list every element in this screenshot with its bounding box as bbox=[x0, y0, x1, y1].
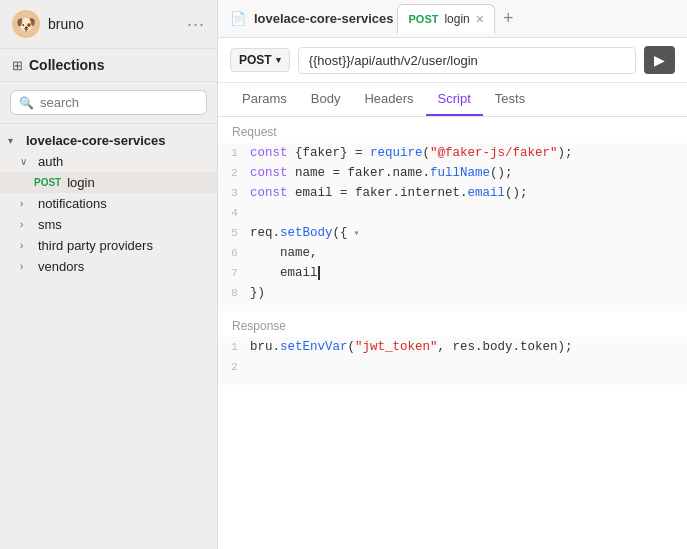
search-wrap: 🔍 bbox=[10, 90, 207, 115]
nav-tabs: Params Body Headers Script Tests bbox=[218, 83, 687, 117]
more-button[interactable]: ··· bbox=[187, 15, 205, 33]
collections-bar: ⊞ Collections bbox=[0, 49, 217, 82]
add-tab-button[interactable]: + bbox=[499, 8, 518, 29]
tab-script[interactable]: Script bbox=[426, 83, 483, 116]
request-label: Request bbox=[218, 117, 687, 143]
tree-item-sms[interactable]: › sms bbox=[0, 214, 217, 235]
url-input[interactable] bbox=[298, 47, 636, 74]
search-bar: 🔍 bbox=[0, 82, 217, 124]
app-icon: 🐶 bbox=[12, 10, 40, 38]
sidebar: 🐶 bruno ··· ⊞ Collections 🔍 ▾ lovelace-c… bbox=[0, 0, 218, 549]
tab-method-badge: POST bbox=[408, 13, 438, 25]
tree-item-post-login[interactable]: POST login bbox=[0, 172, 217, 193]
tab-post-login[interactable]: POST login × bbox=[397, 4, 495, 34]
tab-body[interactable]: Body bbox=[299, 83, 353, 116]
tree-folder-label: sms bbox=[38, 217, 62, 232]
code-line-5: 5 req.setBody({ ▾ bbox=[218, 223, 687, 243]
tree-folder-label: auth bbox=[38, 154, 63, 169]
window-title: lovelace-core-services bbox=[254, 11, 393, 26]
file-tree: ▾ lovelace-core-services ∨ auth POST log… bbox=[0, 124, 217, 549]
collections-icon: ⊞ bbox=[12, 58, 23, 73]
tree-item-auth[interactable]: ∨ auth bbox=[0, 151, 217, 172]
tab-tests[interactable]: Tests bbox=[483, 83, 537, 116]
window-icon: 📄 bbox=[230, 11, 246, 26]
tree-root-label: lovelace-core-services bbox=[26, 133, 165, 148]
app-title: bruno bbox=[48, 16, 179, 32]
code-line-4: 4 bbox=[218, 203, 687, 223]
method-select[interactable]: POST ▾ bbox=[230, 48, 290, 72]
send-button[interactable]: ▶ bbox=[644, 46, 675, 74]
code-line-6: 6 name, bbox=[218, 243, 687, 263]
tab-name: login bbox=[444, 12, 469, 26]
tree-folder-label: vendors bbox=[38, 259, 84, 274]
chevron-icon: › bbox=[20, 261, 34, 272]
tree-item-root[interactable]: ▾ lovelace-core-services bbox=[0, 130, 217, 151]
main-panel: 📄 lovelace-core-services POST login × + … bbox=[218, 0, 687, 549]
collections-label: Collections bbox=[29, 57, 104, 73]
tab-headers[interactable]: Headers bbox=[352, 83, 425, 116]
response-code-block: 1 bru.setEnvVar("jwt_token", res.body.to… bbox=[218, 337, 687, 385]
code-line-1: 1 const {faker} = require("@faker-js/fak… bbox=[218, 143, 687, 163]
chevron-icon: › bbox=[20, 198, 34, 209]
method-badge: POST bbox=[34, 177, 61, 188]
method-chevron-icon: ▾ bbox=[276, 55, 281, 65]
code-line-3: 3 const email = faker.internet.email(); bbox=[218, 183, 687, 203]
tab-params[interactable]: Params bbox=[230, 83, 299, 116]
chevron-icon: › bbox=[20, 219, 34, 230]
response-label: Response bbox=[218, 311, 687, 337]
tab-close-button[interactable]: × bbox=[476, 11, 484, 27]
tree-item-notifications[interactable]: › notifications bbox=[0, 193, 217, 214]
method-label: POST bbox=[239, 53, 272, 67]
response-code-line-2: 2 bbox=[218, 357, 687, 377]
search-input[interactable] bbox=[40, 95, 198, 110]
app-header: 🐶 bruno ··· bbox=[0, 0, 217, 49]
tab-bar: 📄 lovelace-core-services POST login × + bbox=[218, 0, 687, 38]
request-code-block: 1 const {faker} = require("@faker-js/fak… bbox=[218, 143, 687, 311]
code-line-2: 2 const name = faker.name.fullName(); bbox=[218, 163, 687, 183]
search-icon: 🔍 bbox=[19, 96, 34, 110]
code-line-8: 8 }) bbox=[218, 283, 687, 303]
tree-request-label: login bbox=[67, 175, 94, 190]
url-bar: POST ▾ ▶ bbox=[218, 38, 687, 83]
tree-item-third-party-providers[interactable]: › third party providers bbox=[0, 235, 217, 256]
tree-folder-label: notifications bbox=[38, 196, 107, 211]
tree-folder-label: third party providers bbox=[38, 238, 153, 253]
chevron-icon: ▾ bbox=[8, 135, 22, 146]
tree-item-vendors[interactable]: › vendors bbox=[0, 256, 217, 277]
script-content: Request 1 const {faker} = require("@fake… bbox=[218, 117, 687, 549]
code-line-7: 7 email bbox=[218, 263, 687, 283]
chevron-icon: › bbox=[20, 240, 34, 251]
chevron-icon: ∨ bbox=[20, 156, 34, 167]
response-code-line-1: 1 bru.setEnvVar("jwt_token", res.body.to… bbox=[218, 337, 687, 357]
